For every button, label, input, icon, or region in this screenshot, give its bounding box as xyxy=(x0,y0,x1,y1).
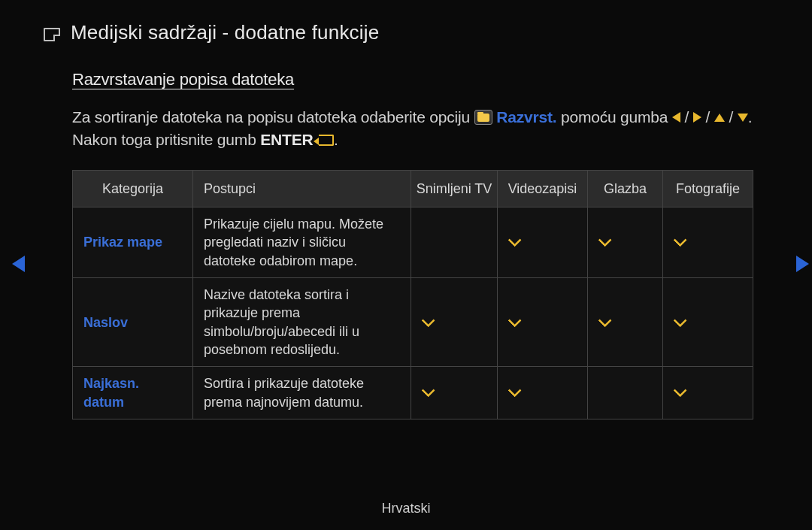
table-row: NaslovNazive datoteka sortira i prikazuj… xyxy=(73,278,753,367)
table-row: Prikaz mapePrikazuje cijelu mapu. Možete… xyxy=(73,207,753,278)
th-glazba: Glazba xyxy=(588,170,663,207)
category-cell: Naslov xyxy=(73,278,193,367)
check-icon xyxy=(598,313,611,327)
slash2: / xyxy=(701,108,714,126)
section-subhead: Razvrstavanje popisa datoteka xyxy=(72,70,753,89)
desc-cell: Sortira i prikazuje datoteke prema najno… xyxy=(193,367,411,419)
check-cell xyxy=(498,207,588,278)
arrow-right-icon xyxy=(693,112,701,123)
category-cell: Najkasn. datum xyxy=(73,367,193,419)
check-icon xyxy=(508,313,521,327)
th-fotografije: Fotografije xyxy=(663,170,753,207)
check-cell xyxy=(411,367,498,419)
check-icon xyxy=(673,384,686,398)
table-row: Najkasn. datumSortira i prikazuje datote… xyxy=(73,367,753,419)
th-kategorija: Kategorija xyxy=(73,170,193,207)
check-icon xyxy=(508,384,521,398)
check-cell xyxy=(663,207,753,278)
check-cell xyxy=(663,278,753,367)
arrow-down-icon xyxy=(738,114,748,122)
page-title: Medijski sadržaji - dodatne funkcije xyxy=(71,21,379,44)
check-icon xyxy=(508,234,521,247)
arrow-up-icon xyxy=(714,114,725,122)
desc-cell: Nazive datoteka sortira i prikazuje prem… xyxy=(193,278,411,367)
nav-prev-icon[interactable] xyxy=(12,256,25,272)
book-icon xyxy=(44,28,60,41)
category-cell: Prikaz mape xyxy=(73,207,193,278)
nav-next-icon[interactable] xyxy=(796,256,809,272)
desc-enter: ENTER xyxy=(260,131,313,148)
th-snimljeni: Snimljeni TV xyxy=(411,170,498,207)
check-cell xyxy=(411,278,498,367)
description-text: Za sortiranje datoteka na popisu datotek… xyxy=(72,106,753,152)
check-cell xyxy=(498,367,588,419)
desc-razvrst: Razvrst. xyxy=(496,108,556,126)
slash1: / xyxy=(680,108,693,126)
check-icon xyxy=(598,234,611,247)
th-videozapisi: Videozapisi xyxy=(498,170,588,207)
check-icon xyxy=(421,384,435,398)
desc-part2: pomoću gumba xyxy=(556,108,672,126)
check-cell xyxy=(498,278,588,367)
footer-language: Hrvatski xyxy=(0,501,812,516)
check-cell xyxy=(663,367,753,419)
desc-cell: Prikazuje cijelu mapu. Možete pregledati… xyxy=(193,207,411,278)
slash3: / xyxy=(725,108,738,126)
desc-part1: Za sortiranje datoteka na popisu datotek… xyxy=(72,108,474,126)
check-icon xyxy=(673,313,686,327)
desc-period: . xyxy=(334,131,338,148)
sort-table: Kategorija Postupci Snimljeni TV Videoza… xyxy=(72,170,753,419)
table-header-row: Kategorija Postupci Snimljeni TV Videoza… xyxy=(73,170,753,207)
check-cell xyxy=(588,207,663,278)
check-cell xyxy=(411,207,498,278)
enter-icon xyxy=(319,135,334,146)
folder-icon xyxy=(474,110,492,125)
check-cell xyxy=(588,367,663,419)
check-cell xyxy=(588,278,663,367)
check-icon xyxy=(673,234,686,247)
arrow-left-icon xyxy=(672,112,680,123)
check-icon xyxy=(421,313,435,327)
th-postupci: Postupci xyxy=(193,170,411,207)
